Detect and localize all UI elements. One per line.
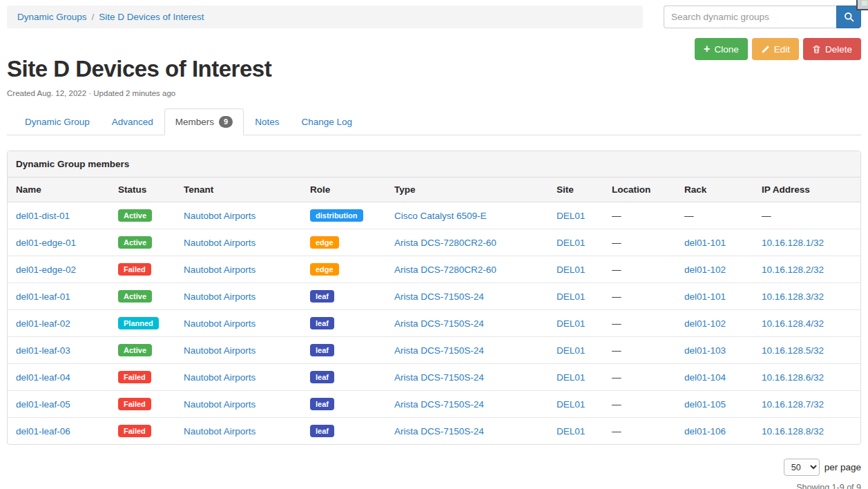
device-name-link[interactable]: del01-leaf-04 — [16, 372, 70, 383]
tab-notes[interactable]: Notes — [244, 108, 290, 135]
site-link[interactable]: DEL01 — [557, 291, 585, 302]
role-badge[interactable]: edge — [310, 263, 339, 276]
tenant-link[interactable]: Nautobot Airports — [184, 238, 255, 248]
rack-link[interactable]: del01-102 — [684, 318, 726, 329]
tenant-link[interactable]: Nautobot Airports — [184, 426, 255, 437]
site-link[interactable]: DEL01 — [557, 426, 585, 437]
ip-address-link[interactable]: 10.16.128.4/32 — [762, 318, 824, 329]
device-type-link[interactable]: Cisco Catalyst 6509-E — [394, 211, 487, 221]
role-cell: distribution — [302, 202, 386, 229]
site-link[interactable]: DEL01 — [557, 372, 585, 383]
per-page-select[interactable]: 50 — [784, 459, 820, 476]
site-link[interactable]: DEL01 — [557, 399, 585, 410]
ip-address-cell: 10.16.128.8/32 — [753, 418, 860, 445]
device-type-link[interactable]: Arista DCS-7280CR2-60 — [394, 265, 496, 275]
site-link[interactable]: DEL01 — [557, 318, 585, 329]
device-type-link[interactable]: Arista DCS-7150S-24 — [394, 291, 484, 302]
per-page-label: per page — [824, 462, 861, 472]
device-type-link[interactable]: Arista DCS-7150S-24 — [394, 372, 484, 383]
device-type-link[interactable]: Arista DCS-7150S-24 — [394, 345, 484, 356]
device-name-link[interactable]: del01-edge-01 — [16, 238, 76, 248]
ip-address-link[interactable]: 10.16.128.8/32 — [762, 426, 824, 437]
ip-address-link[interactable]: 10.16.128.7/32 — [762, 399, 824, 410]
status-badge[interactable]: Active — [118, 344, 152, 356]
device-name-link[interactable]: del01-edge-02 — [16, 265, 76, 275]
location-value: — — [612, 211, 621, 221]
ip-address-link[interactable]: 10.16.128.1/32 — [762, 238, 824, 248]
role-badge[interactable]: leaf — [310, 317, 334, 329]
tenant-link[interactable]: Nautobot Airports — [184, 372, 255, 383]
status-badge[interactable]: Failed — [118, 371, 151, 383]
role-badge[interactable]: leaf — [310, 425, 334, 437]
status-badge[interactable]: Failed — [118, 398, 151, 410]
role-badge[interactable]: edge — [310, 236, 339, 249]
clone-button[interactable]: + Clone — [695, 38, 748, 60]
device-type-link[interactable]: Arista DCS-7150S-24 — [394, 318, 484, 329]
delete-button[interactable]: Delete — [803, 38, 861, 60]
device-name-link[interactable]: del01-leaf-02 — [16, 318, 70, 329]
tab-label[interactable]: Advanced — [112, 117, 153, 127]
status-badge[interactable]: Active — [118, 290, 152, 303]
device-type-link[interactable]: Arista DCS-7150S-24 — [394, 426, 484, 437]
ip-address-value: — — [762, 211, 771, 221]
device-name-link[interactable]: del01-dist-01 — [16, 211, 70, 221]
tenant-link[interactable]: Nautobot Airports — [184, 399, 255, 410]
rack-link[interactable]: del01-104 — [684, 372, 726, 383]
site-link[interactable]: DEL01 — [557, 211, 585, 221]
members-table-body: del01-dist-01ActiveNautobot Airportsdist… — [8, 202, 860, 445]
tab-change-log[interactable]: Change Log — [291, 108, 364, 135]
delete-button-label: Delete — [825, 44, 852, 55]
search-input[interactable] — [664, 6, 836, 28]
site-link[interactable]: DEL01 — [557, 345, 585, 356]
ip-address-link[interactable]: 10.16.128.3/32 — [762, 291, 824, 302]
status-cell: Failed — [110, 391, 175, 418]
rack-link[interactable]: del01-102 — [684, 265, 726, 275]
pencil-icon — [761, 45, 770, 54]
tenant-link[interactable]: Nautobot Airports — [184, 265, 255, 275]
status-cell: Active — [110, 283, 175, 310]
tenant-link[interactable]: Nautobot Airports — [184, 291, 255, 302]
tab-advanced[interactable]: Advanced — [101, 108, 164, 135]
role-badge[interactable]: distribution — [310, 209, 363, 222]
tab-label[interactable]: Change Log — [302, 117, 353, 127]
device-name-link[interactable]: del01-leaf-01 — [16, 291, 70, 302]
role-badge[interactable]: leaf — [310, 371, 334, 383]
role-badge[interactable]: leaf — [310, 290, 334, 303]
breadcrumb-link-current[interactable]: Site D Devices of Interest — [99, 12, 204, 22]
edit-button[interactable]: Edit — [752, 38, 799, 60]
role-badge[interactable]: leaf — [310, 398, 334, 410]
device-name-link[interactable]: del01-leaf-03 — [16, 345, 70, 356]
rack-link[interactable]: del01-101 — [684, 238, 726, 248]
role-badge[interactable]: leaf — [310, 344, 334, 356]
status-badge[interactable]: Planned — [118, 317, 159, 329]
status-badge[interactable]: Failed — [118, 263, 151, 276]
rack-link[interactable]: del01-105 — [684, 399, 726, 410]
site-link[interactable]: DEL01 — [557, 238, 585, 248]
rack-link[interactable]: del01-103 — [684, 345, 726, 356]
device-type-link[interactable]: Arista DCS-7280CR2-60 — [394, 238, 496, 248]
tenant-link[interactable]: Nautobot Airports — [184, 211, 255, 221]
location-value: — — [612, 372, 621, 383]
device-type-link[interactable]: Arista DCS-7150S-24 — [394, 399, 484, 410]
tab-label[interactable]: Notes — [255, 117, 279, 127]
tenant-link[interactable]: Nautobot Airports — [184, 318, 255, 329]
status-badge[interactable]: Failed — [118, 425, 151, 437]
device-name-link[interactable]: del01-leaf-05 — [16, 399, 70, 410]
tab-label[interactable]: Dynamic Group — [25, 117, 90, 127]
tab-label[interactable]: Members — [175, 117, 214, 127]
tab-dynamic-group[interactable]: Dynamic Group — [14, 108, 101, 135]
tab-members[interactable]: Members9 — [164, 108, 244, 135]
ip-address-link[interactable]: 10.16.128.6/32 — [762, 372, 824, 383]
tenant-link[interactable]: Nautobot Airports — [184, 345, 255, 356]
location-cell: — — [604, 364, 676, 391]
device-name-link[interactable]: del01-leaf-06 — [16, 426, 70, 437]
status-badge[interactable]: Active — [118, 236, 152, 249]
rack-link[interactable]: del01-106 — [684, 426, 726, 437]
ip-address-link[interactable]: 10.16.128.5/32 — [762, 345, 824, 356]
site-link[interactable]: DEL01 — [557, 265, 585, 275]
device-name-cell: del01-edge-01 — [8, 229, 110, 256]
ip-address-link[interactable]: 10.16.128.2/32 — [762, 265, 824, 275]
status-badge[interactable]: Active — [118, 209, 152, 222]
rack-link[interactable]: del01-101 — [684, 291, 726, 302]
breadcrumb-link-dynamic-groups[interactable]: Dynamic Groups — [17, 12, 87, 22]
